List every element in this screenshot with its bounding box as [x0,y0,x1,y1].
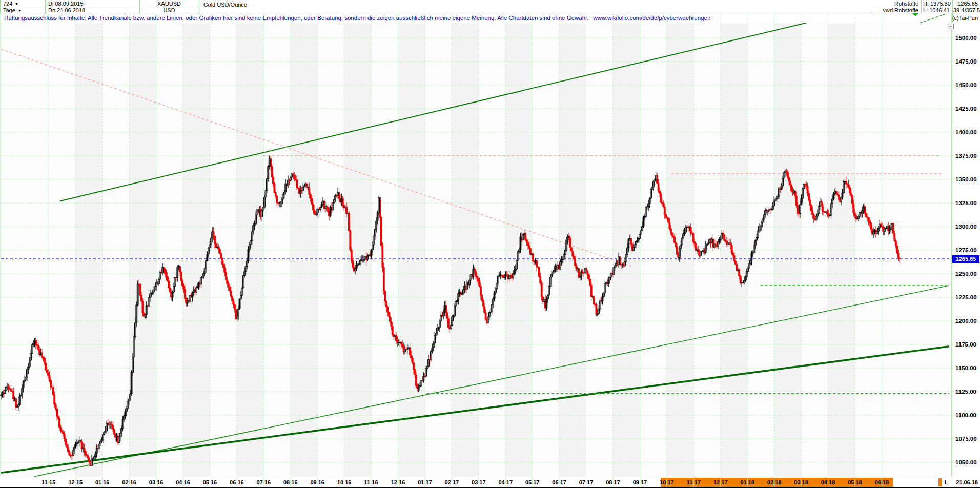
x-axis-label: 02 16 [122,479,136,485]
y-axis-label: 1200.00 [955,318,977,324]
chevron-down-icon: ▼ [15,2,18,6]
instrument-name-label: Gold USD/Ounce [203,2,247,8]
x-axis-label: 07 16 [257,479,271,485]
y-axis-label: 1450.00 [955,82,977,88]
x-axis-label: 01 16 [95,479,110,485]
y-axis-label: 1300.00 [955,223,977,230]
y-axis-label: 1375.00 [955,153,977,159]
x-axis-label: 05 18 [848,479,862,485]
x-axis-label: 03 16 [149,479,164,485]
x-axis-band: 11 1512 1501 1602 1603 1604 1605 1606 16… [0,477,980,488]
x-axis-label: 02 18 [767,479,782,485]
x-axis-label: 06 17 [552,479,566,485]
x-axis-label: 06 16 [230,479,244,485]
x-axis-label: 01 18 [740,479,754,485]
x-axis-label: 02 17 [445,479,459,485]
x-axis-label: 04 16 [176,479,190,485]
y-axis-label: 1075.00 [955,436,977,442]
x-axis-label: 07 17 [579,479,594,485]
header-border [0,7,199,7]
copyright-label: (c)Tai-Pan [941,15,978,21]
wikifolio-link: www.wikifolio.com/de/de/p/cyberwaehrunge… [594,15,711,21]
last-marker-label: L [945,479,948,485]
y-axis-label: 1325.00 [955,200,977,206]
x-axis-label: 05 16 [203,479,217,485]
highlight-tick [938,478,942,486]
x-axis-label: 11 15 [42,479,55,485]
y-axis-label: 1350.00 [955,176,977,182]
collapse-pane-button[interactable]: − [948,24,954,29]
x-axis-label: 08 17 [606,479,620,485]
period-dropdown[interactable]: Tage▼ [3,7,42,14]
y-axis-label: 1400.00 [955,129,977,135]
y-axis-label: 1475.00 [955,58,977,65]
header-border [870,7,980,7]
x-axis-label: 10 17 [660,479,674,485]
date-to-label: Do 21.06.2018 [48,7,137,14]
y-axis-label: 1125.00 [955,389,976,395]
y-axis-label: 1175.00 [955,341,976,348]
x-axis-label: 08 16 [283,479,298,485]
x-axis-label: 06 18 [875,479,889,485]
period-value: Tage [3,7,15,13]
bars-count-value: 724 [3,1,12,7]
y-axis-label: 1050.00 [955,459,977,465]
x-axis-label: 12 16 [391,479,405,485]
y-axis-label: 1425.00 [955,106,977,112]
taipan-chart-window: 11 1512 1501 1602 1603 1604 1605 1606 16… [0,0,980,488]
x-axis-label: 12 17 [713,479,728,485]
chart-canvas[interactable]: 11 1512 1501 1602 1603 1604 1605 1606 16… [0,0,980,488]
x-axis-label: 09 16 [310,479,324,485]
y-axis-label: 1150.00 [955,365,976,371]
x-axis-label: 04 17 [498,479,513,485]
x-axis-label: 03 18 [794,479,808,485]
x-axis-label: 01 17 [418,479,432,485]
y-axis-label: 1250.00 [955,271,977,277]
period-low-label: L: 1046.41 [923,7,951,14]
y-axis-label: 1225.00 [955,294,977,300]
chevron-down-icon: ▼ [18,9,22,12]
x-axis-label: 05 17 [525,479,540,485]
x-axis-label: 04 18 [821,479,835,485]
disclaimer-text: Haftungsausschluss für Inhalte: Alle Tre… [4,15,710,21]
y-axis-label: 1100.00 [955,412,976,418]
x-axis-label: 11 17 [687,479,701,485]
y-axis-label: 1275.00 [955,247,977,253]
header-border [199,0,199,14]
currency-label: USD [139,7,199,14]
x-axis-label: 03 17 [472,479,486,485]
current-price-badge: 1265.65 [952,255,979,263]
x-axis-label: 11 16 [364,479,378,485]
header-border [0,14,980,14]
x-axis-label: 12 15 [68,479,83,485]
y-axis-label: 1500.00 [955,35,977,41]
y-axis-labels: 1500.001475.001450.001425.001400.001375.… [952,35,977,465]
range-label: 39.4/357.5 [953,7,978,14]
x-axis-label: 09 17 [633,479,647,485]
feed-label: vwd Rohstoffe [870,7,918,14]
x-axis-label: 10 16 [337,479,352,485]
last-date-label: 21.06.18 [956,479,978,485]
